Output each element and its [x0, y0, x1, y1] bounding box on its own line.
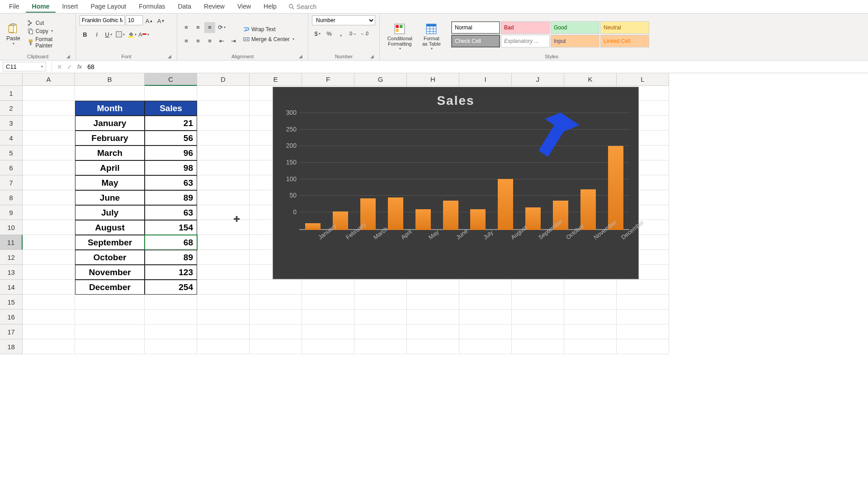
cell-A14[interactable] [23, 280, 75, 295]
cell-A10[interactable] [23, 220, 75, 235]
cell-E15[interactable] [250, 295, 302, 310]
cell-A5[interactable] [23, 145, 75, 160]
font-name-select[interactable] [80, 15, 125, 25]
cell-H14[interactable] [407, 280, 459, 295]
cell-D1[interactable] [197, 86, 250, 101]
col-header-D[interactable]: D [197, 73, 250, 86]
increase-font-button[interactable]: A▲ [144, 15, 155, 26]
tab-page-layout[interactable]: Page Layout [84, 1, 132, 13]
cell-A9[interactable] [23, 205, 75, 220]
align-left-button[interactable]: ≡ [181, 36, 192, 47]
cell-D14[interactable] [197, 280, 250, 295]
cell-K17[interactable] [564, 324, 617, 339]
bar-january[interactable] [305, 223, 321, 230]
cell-I17[interactable] [459, 324, 512, 339]
cell-A13[interactable] [23, 265, 75, 280]
cell-D16[interactable] [197, 310, 250, 324]
font-color-button[interactable]: A▾ [138, 29, 149, 40]
cell-I16[interactable] [459, 310, 512, 324]
cell-B12[interactable]: October [75, 250, 145, 265]
cell-A8[interactable] [23, 190, 75, 205]
align-bottom-button[interactable]: ≡ [204, 22, 215, 33]
embedded-chart[interactable]: Sales 050100150200250300 JanuaryFebruary… [273, 87, 639, 279]
comma-button[interactable]: , [335, 28, 346, 39]
cell-E18[interactable] [250, 339, 302, 354]
font-size-select[interactable] [126, 15, 143, 25]
cell-B16[interactable] [75, 310, 145, 324]
cell-B10[interactable]: August [75, 220, 145, 235]
row-header-7[interactable]: 7 [0, 175, 23, 190]
conditional-formatting-button[interactable]: Conditional Formatting▾ [383, 22, 416, 52]
cell-D10[interactable] [197, 220, 250, 235]
cell-C12[interactable]: 89 [145, 250, 197, 265]
cell-B1[interactable] [75, 86, 145, 101]
decrease-font-button[interactable]: A▼ [156, 15, 166, 26]
increase-decimal-button[interactable]: .0→ [347, 28, 358, 39]
cell-G18[interactable] [354, 339, 407, 354]
tab-review[interactable]: Review [198, 1, 231, 13]
cell-A1[interactable] [23, 86, 75, 101]
cell-E16[interactable] [250, 310, 302, 324]
col-header-J[interactable]: J [512, 73, 564, 86]
row-header-10[interactable]: 10 [0, 220, 23, 235]
name-box[interactable]: C11▾ [3, 62, 46, 71]
cell-C14[interactable]: 254 [145, 280, 197, 295]
cell-E17[interactable] [250, 324, 302, 339]
cell-H18[interactable] [407, 339, 459, 354]
cell-A11[interactable] [23, 235, 75, 250]
cell-B18[interactable] [75, 339, 145, 354]
cell-D11[interactable] [197, 235, 250, 250]
italic-button[interactable]: I [91, 29, 102, 40]
borders-button[interactable]: ▾ [115, 29, 126, 40]
cell-D6[interactable] [197, 160, 250, 175]
format-as-table-button[interactable]: Format as Table▾ [419, 22, 444, 52]
format-painter-button[interactable]: Format Painter [26, 36, 72, 49]
bar-april[interactable] [388, 197, 403, 230]
accept-formula-button[interactable]: ✓ [65, 63, 75, 70]
cell-F14[interactable] [302, 280, 354, 295]
row-header-18[interactable]: 18 [0, 339, 23, 354]
cell-B4[interactable]: February [75, 131, 145, 145]
wrap-text-button[interactable]: Wrap Text [241, 26, 296, 33]
cell-D4[interactable] [197, 131, 250, 145]
cell-style-explanatory[interactable]: Explanatory ... [501, 35, 550, 47]
row-header-4[interactable]: 4 [0, 131, 23, 145]
col-header-H[interactable]: H [407, 73, 459, 86]
cell-B2[interactable]: Month [75, 101, 145, 116]
row-header-2[interactable]: 2 [0, 101, 23, 116]
cell-G14[interactable] [354, 280, 407, 295]
col-header-C[interactable]: C [145, 73, 197, 86]
row-header-5[interactable]: 5 [0, 145, 23, 160]
cell-D2[interactable] [197, 101, 250, 116]
cell-K14[interactable] [564, 280, 617, 295]
cell-A2[interactable] [23, 101, 75, 116]
tab-home[interactable]: Home [26, 1, 56, 13]
worksheet[interactable]: 123456789101112131415161718 ABCDEFGHIJKL… [0, 73, 868, 354]
tab-data[interactable]: Data [171, 1, 198, 13]
cell-C10[interactable]: 154 [145, 220, 197, 235]
cell-H16[interactable] [407, 310, 459, 324]
cell-A4[interactable] [23, 131, 75, 145]
row-header-17[interactable]: 17 [0, 324, 23, 339]
cell-J14[interactable] [512, 280, 564, 295]
cell-L18[interactable] [617, 339, 669, 354]
underline-button[interactable]: U▾ [103, 29, 114, 40]
row-header-12[interactable]: 12 [0, 250, 23, 265]
cell-B5[interactable]: March [75, 145, 145, 160]
select-all-corner[interactable] [0, 73, 23, 86]
row-header-6[interactable]: 6 [0, 160, 23, 175]
cell-K18[interactable] [564, 339, 617, 354]
row-header-15[interactable]: 15 [0, 295, 23, 310]
cell-H17[interactable] [407, 324, 459, 339]
cell-C1[interactable] [145, 86, 197, 101]
col-header-E[interactable]: E [250, 73, 302, 86]
cell-A6[interactable] [23, 160, 75, 175]
cell-C2[interactable]: Sales [145, 101, 197, 116]
cell-B3[interactable]: January [75, 116, 145, 131]
cell-F15[interactable] [302, 295, 354, 310]
cell-H15[interactable] [407, 295, 459, 310]
cell-L14[interactable] [617, 280, 669, 295]
cell-G16[interactable] [354, 310, 407, 324]
cell-I15[interactable] [459, 295, 512, 310]
row-header-3[interactable]: 3 [0, 116, 23, 131]
